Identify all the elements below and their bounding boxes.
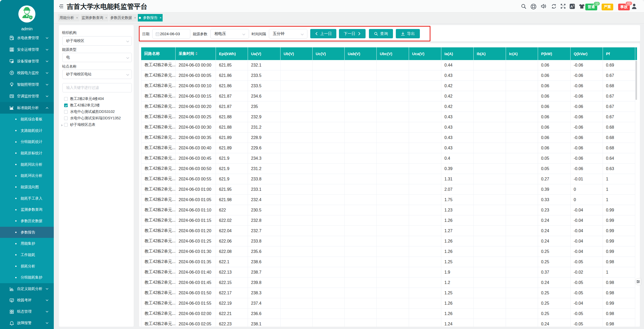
svg-text:文: 文 — [573, 4, 575, 7]
